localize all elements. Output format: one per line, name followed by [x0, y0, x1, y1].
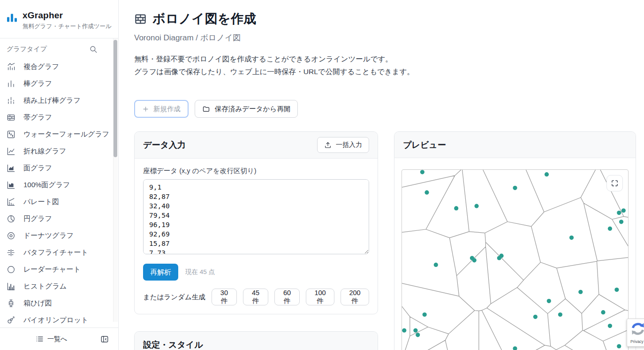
- voronoi-seed-point: [617, 211, 621, 215]
- violin-plot-icon: [7, 316, 15, 325]
- sidebar-item-label: 複合グラフ: [23, 62, 59, 71]
- sidebar-item-label: バタフライチャート: [23, 248, 88, 257]
- new-create-button[interactable]: 新規作成: [134, 100, 189, 118]
- plus-icon: [142, 106, 149, 113]
- description-line-2: グラフは画像で保存したり、ウェブ上に一時保存・URLで公開することもできます。: [134, 65, 414, 78]
- coords-textarea[interactable]: [143, 179, 369, 254]
- voronoi-seed-point: [474, 204, 478, 208]
- sidebar-item-label: 積み上げ棒グラフ: [23, 96, 81, 105]
- random-option-60件[interactable]: 60件: [274, 289, 300, 305]
- voronoi-seed-point: [470, 256, 474, 260]
- voronoi-seed-point: [413, 328, 417, 333]
- voronoi-seed-point: [617, 344, 621, 348]
- page-description: 無料・登録不要でボロノイ図を作成することができるオンラインツールです。 グラフは…: [134, 53, 414, 78]
- sidebar: xGrapher 無料グラフ・チャート作成ツール グラフタイプ 複合グラフ棒グラ…: [0, 0, 119, 350]
- voronoi-seed-point: [608, 227, 612, 231]
- chart-type-list: 複合グラフ棒グラフ積み上げ棒グラフ帯グラフウォーターフォールグラフ折れ線グラフ面…: [0, 58, 118, 328]
- voronoi-seed-point: [402, 328, 406, 333]
- recaptcha-privacy-terms[interactable]: Privacy - Terms: [630, 339, 644, 344]
- voronoi-seed-point: [545, 172, 549, 176]
- sidebar-item-11[interactable]: バタフライチャート: [0, 244, 118, 261]
- sidebar-item-4[interactable]: ウォーターフォールグラフ: [0, 126, 118, 143]
- voronoi-seed-point: [416, 333, 420, 337]
- random-option-200件[interactable]: 200件: [341, 289, 369, 305]
- donut-chart-icon: [7, 231, 15, 240]
- recaptcha-badge[interactable]: Privacy - Terms: [627, 319, 644, 347]
- sidebar-item-13[interactable]: ヒストグラム: [0, 278, 118, 295]
- app-tagline: 無料グラフ・チャート作成ツール: [23, 23, 112, 30]
- chart-type-section-label: グラフタイプ: [7, 45, 47, 53]
- settings-style-title: 設定・スタイル: [143, 339, 203, 350]
- resume-saved-data-button[interactable]: 保存済みデータから再開: [195, 100, 298, 118]
- sidebar-item-5[interactable]: 折れ線グラフ: [0, 143, 118, 160]
- voronoi-seed-point: [420, 170, 424, 174]
- bar-chart-icon: [7, 79, 15, 88]
- table-grid-icon: [134, 13, 147, 25]
- fullscreen-button[interactable]: [606, 175, 623, 191]
- line-chart-icon: [7, 147, 15, 156]
- voronoi-seed-point: [608, 324, 612, 328]
- sidebar-item-9[interactable]: 円グラフ: [0, 210, 118, 227]
- sidebar-item-3[interactable]: 帯グラフ: [0, 109, 118, 126]
- sidebar-item-6[interactable]: 面グラフ: [0, 160, 118, 176]
- sidebar-item-label: 折れ線グラフ: [23, 147, 66, 156]
- sidebar-item-10[interactable]: ドーナツグラフ: [0, 227, 118, 244]
- sidebar-item-label: ウォーターフォールグラフ: [23, 130, 109, 139]
- voronoi-seed-point: [513, 186, 517, 190]
- sidebar-item-label: パレート図: [23, 198, 59, 206]
- back-to-list-button[interactable]: 一覧へ: [36, 335, 67, 343]
- sidebar-item-label: 箱ひげ図: [23, 299, 52, 308]
- settings-style-card: 設定・スタイル: [134, 331, 378, 350]
- app-name: xGrapher: [23, 10, 112, 21]
- random-option-45件[interactable]: 45件: [243, 289, 268, 305]
- voronoi-seed-point: [614, 288, 619, 292]
- sidebar-item-label: 棒グラフ: [23, 79, 52, 88]
- voronoi-seed-point: [434, 263, 438, 267]
- panel-collapse-icon[interactable]: [100, 335, 109, 343]
- data-input-title: データ入力: [143, 139, 186, 151]
- voronoi-seed-point: [423, 312, 427, 317]
- sidebar-item-2[interactable]: 積み上げ棒グラフ: [0, 92, 118, 109]
- sidebar-item-1[interactable]: 棒グラフ: [0, 75, 118, 92]
- waterfall-chart-icon: [7, 130, 15, 139]
- sidebar-footer: 一覧へ: [0, 327, 118, 350]
- app-logo[interactable]: xGrapher 無料グラフ・チャート作成ツール: [0, 0, 118, 30]
- voronoi-seed-point: [558, 312, 562, 317]
- voronoi-seed-point: [621, 208, 626, 213]
- bulk-input-label: 一括入力: [336, 141, 362, 149]
- voronoi-seed-point: [547, 299, 551, 303]
- voronoi-seed-point: [500, 254, 504, 258]
- sidebar-item-15[interactable]: バイオリンプロット: [0, 312, 118, 328]
- sidebar-item-label: 帯グラフ: [23, 113, 52, 122]
- sidebar-item-12[interactable]: レーダーチャート: [0, 261, 118, 278]
- main-content: ボロノイ図を作成 Voronoi Diagram / ボロノイ図 無料・登録不要…: [119, 0, 644, 350]
- band-chart-icon: [7, 113, 15, 122]
- area-100-chart-icon: [7, 181, 15, 190]
- voronoi-seed-point: [578, 290, 583, 294]
- voronoi-seed-point: [533, 315, 538, 319]
- voronoi-seed-point: [569, 236, 574, 240]
- current-point-count: 現在 45 点: [185, 268, 215, 276]
- voronoi-seed-point: [601, 310, 605, 314]
- bulk-input-button[interactable]: 一括入力: [317, 137, 369, 153]
- random-option-100件[interactable]: 100件: [306, 289, 334, 305]
- sidebar-scrollbar-thumb[interactable]: [114, 40, 117, 157]
- search-icon[interactable]: [89, 45, 98, 53]
- reanalyze-button[interactable]: 再解析: [143, 264, 178, 281]
- sidebar-item-label: ヒストグラム: [23, 282, 67, 291]
- sidebar-item-0[interactable]: 複合グラフ: [0, 58, 118, 75]
- new-create-label: 新規作成: [153, 105, 181, 114]
- voronoi-diagram: [402, 170, 628, 350]
- bar-chart-logo-icon: [7, 11, 18, 24]
- radar-chart-icon: [7, 265, 15, 274]
- expand-icon: [611, 179, 619, 187]
- boxplot-icon: [7, 299, 15, 308]
- combo-chart-icon: [7, 62, 15, 71]
- sidebar-item-label: 円グラフ: [23, 214, 52, 223]
- sidebar-item-7[interactable]: 100%面グラフ: [0, 176, 118, 193]
- data-input-card: データ入力 一括入力 座標データ (x,y のペアを改行区切り) 再解析 現在 …: [134, 131, 378, 314]
- sidebar-item-8[interactable]: パレート図: [0, 193, 118, 210]
- sidebar-item-14[interactable]: 箱ひげ図: [0, 295, 118, 312]
- random-option-30件[interactable]: 30件: [212, 289, 237, 305]
- random-generate-label: またはランダム生成: [143, 293, 205, 302]
